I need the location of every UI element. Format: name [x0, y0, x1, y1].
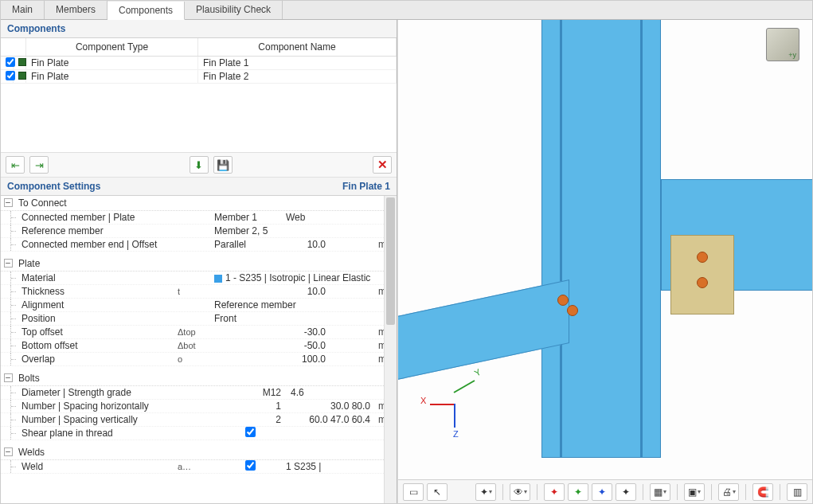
collapse-icon[interactable]: − [4, 198, 13, 207]
component-icon [14, 70, 26, 83]
components-toolbar: ⇤ ⇥ ⬇ 💾 ✕ [1, 152, 397, 178]
settings-body: − To Connect Connected member | Plate Me… [1, 196, 397, 503]
move-in-button[interactable]: ⇤ [6, 156, 25, 174]
tab-members[interactable]: Members [45, 1, 107, 19]
viewport-toolbar: ▭ ↖ ✦ 👁 ✦ ✦ ✦ ✦ ▦ ▣ 🖨 🧲 ▥ [398, 479, 812, 503]
axis-z-icon [454, 404, 455, 428]
import-button[interactable]: ⬇ [190, 156, 209, 174]
view-x-button[interactable]: ✦ [544, 483, 565, 501]
axis-x-icon [430, 404, 454, 405]
tab-main[interactable]: Main [1, 1, 45, 19]
prop-bottom-offset[interactable]: Bottom offset Δbot -50.0 mm [1, 339, 397, 353]
collapse-icon[interactable]: − [4, 373, 13, 382]
tab-plausibility[interactable]: Plausibility Check [185, 1, 283, 19]
prop-num-spacing-h[interactable]: Number | Spacing horizontally 1 30.0 80.… [1, 400, 397, 413]
axis-y-icon [454, 380, 475, 393]
row-name: Fin Plate 1 [198, 57, 397, 69]
section-to-connect[interactable]: − To Connect [1, 196, 397, 211]
component-icon [14, 57, 26, 69]
select-mode-button[interactable]: ▭ [403, 483, 424, 501]
shear-plane-checkbox[interactable] [245, 427, 256, 437]
section-welds[interactable]: − Welds [1, 445, 397, 460]
components-table-header: Component Type Component Name [1, 38, 397, 57]
prop-overlap[interactable]: Overlap o 100.0 mm [1, 353, 397, 366]
view-z-button[interactable]: ✦ [592, 483, 612, 501]
table-row[interactable]: Fin Plate Fin Plate 2 [1, 70, 397, 84]
tab-bar: Main Members Components Plausibility Che… [1, 1, 812, 20]
prop-reference-member[interactable]: Reference member Member 2, 5 [1, 225, 397, 238]
render-mode-button[interactable]: ▦ [650, 483, 670, 501]
prop-shear-plane[interactable]: Shear plane in thread [1, 427, 397, 440]
bolt-icon [697, 252, 708, 263]
pick-button[interactable]: ↖ [427, 483, 448, 501]
wireframe-button[interactable]: ▣ [684, 483, 705, 501]
left-panel: Components Component Type Component Name… [1, 20, 397, 503]
prop-alignment[interactable]: Alignment Reference member [1, 299, 397, 312]
row-type: Fin Plate [26, 70, 198, 83]
col-component-type[interactable]: Component Type [26, 38, 198, 56]
row-name: Fin Plate 2 [198, 70, 397, 83]
table-row[interactable]: Fin Plate Fin Plate 1 [1, 57, 397, 70]
view-iso-button[interactable]: ✦ [616, 483, 636, 501]
bolt-icon [567, 305, 578, 316]
tab-components[interactable]: Components [107, 2, 185, 20]
collapse-icon[interactable]: − [4, 259, 13, 268]
prop-top-offset[interactable]: Top offset Δtop -30.0 mm [1, 326, 397, 339]
column-beam [541, 20, 661, 458]
bolt-icon [557, 295, 569, 306]
save-button[interactable]: 💾 [213, 156, 233, 174]
prop-position[interactable]: Position Front [1, 312, 397, 326]
view-y-button[interactable]: ✦ [568, 483, 588, 501]
components-table-body: Fin Plate Fin Plate 1 Fin Plate Fin Plat… [1, 57, 397, 152]
prop-thickness[interactable]: Thickness t 10.0 mm [1, 285, 397, 299]
weld-checkbox[interactable] [245, 460, 256, 471]
collapse-icon[interactable]: − [4, 447, 13, 456]
eye-view-button[interactable]: 👁 [510, 483, 530, 501]
view-cube[interactable] [766, 28, 799, 61]
fin-plate-render [670, 235, 734, 315]
components-header: Components [1, 20, 397, 38]
col-component-name[interactable]: Component Name [198, 38, 397, 56]
bolt-icon [697, 277, 708, 288]
axis-triad [430, 376, 486, 432]
viewport-3d[interactable] [398, 20, 812, 479]
prop-material[interactable]: Material 1 - S235 | Isotropic | Linear E… [1, 272, 397, 285]
magnet-snap-button[interactable]: 🧲 [752, 483, 773, 501]
row-type: Fin Plate [26, 57, 198, 69]
settings-header: Component Settings Fin Plate 1 [1, 178, 397, 196]
prop-weld[interactable]: Weld a… 1 S235 | [1, 460, 397, 474]
prop-connected-end-offset[interactable]: Connected member end | Offset Parallel 1… [1, 238, 397, 252]
move-out-button[interactable]: ⇥ [29, 156, 49, 174]
material-color-icon [214, 275, 222, 283]
prop-diameter-grade[interactable]: Diameter | Strength grade M12 4.6 [1, 386, 397, 400]
section-plate[interactable]: − Plate [1, 256, 397, 272]
right-panel: ▭ ↖ ✦ 👁 ✦ ✦ ✦ ✦ ▦ ▣ 🖨 🧲 ▥ [397, 20, 812, 503]
settings-title: Component Settings [7, 181, 100, 192]
settings-current: Fin Plate 1 [342, 181, 390, 192]
layout-button[interactable]: ▥ [787, 483, 807, 501]
print-button[interactable]: 🖨 [718, 483, 739, 501]
prop-connected-member-plate[interactable]: Connected member | Plate Member 1 Web [1, 211, 397, 225]
axes-button[interactable]: ✦ [475, 483, 496, 501]
settings-scrollbar[interactable] [384, 196, 397, 503]
section-bolts[interactable]: − Bolts [1, 371, 397, 386]
prop-num-spacing-v[interactable]: Number | Spacing vertically 2 60.0 47.0 … [1, 413, 397, 427]
delete-button[interactable]: ✕ [373, 156, 392, 174]
